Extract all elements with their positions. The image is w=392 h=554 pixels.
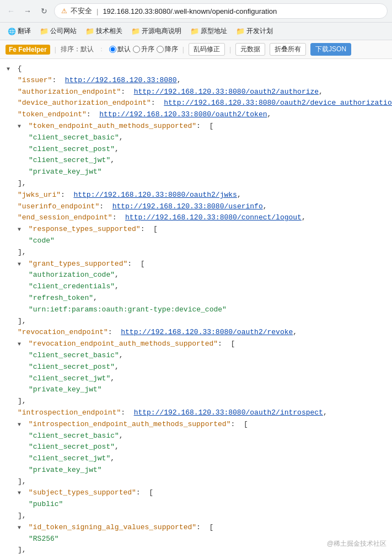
browser-toolbar: ← → ↻ ⚠ 不安全 | 192.168.120.33:8080/.well-… [0,0,392,23]
sort-desc-radio[interactable] [157,46,164,53]
grant-type-3: "refresh_token", [7,293,385,304]
token-endpoint-link[interactable]: http://192.168.120.33:8080/oauth2/token [99,110,267,119]
end-session-line: "end_session_endpoint": http://192.168.1… [7,212,385,224]
bookmark-devplan[interactable]: 📁 开发计划 [233,25,276,37]
intr-auth-method-2: "client_secret_post", [7,442,385,453]
introspection-link[interactable]: http://192.168.120.33:8080/oauth2/intros… [134,408,323,417]
json-content: { "issuer": http://192.168.120.33:8080, … [0,59,392,554]
sort-label: 排序：默认 [61,45,94,54]
token-auth-method-4: "private_key_jwt" [7,166,385,178]
auth-endpoint-line: "authorization_endpoint": http://192.168… [7,87,385,98]
intr-auth-method-1: "client_secret_basic", [7,431,385,442]
bookmark-translate-label: 翻译 [18,26,31,36]
address-bar[interactable]: ⚠ 不安全 | 192.168.120.33:8080/.well-known/… [54,3,388,19]
grant-type-2: "client_credentials", [7,281,385,293]
bookmark-ecom-label: 开源电商说明 [142,26,181,36]
forward-button[interactable]: → [21,4,34,18]
token-auth-method-2: "client_secret_post", [7,144,385,155]
sort-radio-group: 默认 升序 降序 [109,45,178,54]
bookmark-prototype[interactable]: 📁 原型地址 [187,25,230,37]
security-icon: ⚠ [61,7,67,15]
revocation-auth-methods-line: "revocation_endpoint_auth_methods_suppor… [7,338,385,350]
issuer-link[interactable]: http://192.168.120.33:8080 [65,76,177,84]
introspection-auth-methods-triangle[interactable] [18,421,24,429]
fix-encoding-button[interactable]: 乱码修正 [189,43,225,56]
response-types-close: ], [7,247,385,259]
folder-icon-3: 📁 [131,27,140,35]
rev-auth-method-2: "client_secret_post", [7,362,385,373]
subject-types-triangle[interactable] [18,489,24,498]
token-auth-method-3: "client_secret_jwt", [7,155,385,166]
response-type-code: "code" [7,235,385,247]
userinfo-endpoint-line: "userinfo_endpoint": http://192.168.120.… [7,201,385,213]
root-triangle[interactable] [7,65,13,74]
folder-icon-2: 📁 [85,27,94,35]
bookmarks-bar: 🌐 翻译 📁 公司网站 📁 技术相关 📁 开源电商说明 📁 原型地址 📁 开发计… [0,23,392,40]
grant-types-triangle[interactable] [18,260,24,269]
bookmark-devplan-label: 开发计划 [246,26,273,36]
intr-auth-method-3: "client_secret_jwt", [7,453,385,465]
revocation-link[interactable]: http://192.168.120.33:8080/oauth2/revoke [121,328,293,336]
download-json-button[interactable]: 下载JSON [310,43,351,56]
security-label: 不安全 [71,6,92,16]
back-button[interactable]: ← [4,4,18,18]
folder-icon-1: 📁 [40,27,49,35]
address-separator: | [96,7,98,15]
token-auth-method-1: "client_secret_basic", [7,132,385,144]
subject-types-close: ], [7,510,385,522]
reload-button[interactable]: ↻ [37,4,51,18]
device-auth-link[interactable]: http://192.168.120.33:8080/oauth2/device… [164,99,392,107]
fehelper-bar: Fe FeHelper | 排序：默认 ： 默认 升序 降序 | 乱码修正 | … [0,40,392,59]
auth-endpoint-link[interactable]: http://192.168.120.33:8080/oauth2/author… [134,88,319,96]
bookmark-prototype-label: 原型地址 [201,26,227,36]
jwks-uri-link[interactable]: http://192.168.120.33:8080/oauth2/jwks [73,191,237,199]
id-token-alg-line: "id_token_signing_alg_values_supported":… [7,522,385,534]
id-token-alg-triangle[interactable] [18,524,24,533]
jwks-uri-line: "jwks_uri": http://192.168.120.33:8080/o… [7,190,385,201]
subject-type-public: "public" [7,499,385,510]
translate-icon: 🌐 [8,28,16,35]
sort-default-radio[interactable] [109,46,116,53]
issuer-line: "issuer": http://192.168.120.33:8080, [7,75,385,87]
revocation-auth-methods-close: ], [7,396,385,407]
meta-button[interactable]: 元数据 [235,43,265,56]
introspection-auth-methods-line: "introspection_endpoint_auth_methods_sup… [7,419,385,431]
root-open: { [7,63,385,75]
fold-button[interactable]: 折叠所有 [270,43,306,56]
token-endpoint-line: "token_endpoint": http://192.168.120.33:… [7,109,385,121]
userinfo-link[interactable]: http://192.168.120.33:8080/userinfo [112,202,263,211]
response-types-line: "response_types_supported": [ [7,224,385,235]
token-auth-methods-triangle[interactable] [18,122,24,131]
rev-auth-method-3: "client_secret_jwt", [7,373,385,385]
introspection-endpoint-line: "introspection_endpoint": http://192.168… [7,407,385,419]
bookmark-ecom[interactable]: 📁 开源电商说明 [128,25,185,37]
intr-auth-method-4: "private_key_jwt" [7,465,385,476]
subject-types-line: "subject_types_supported": [ [7,487,385,499]
bookmark-tech-label: 技术相关 [96,26,122,36]
sort-desc-label[interactable]: 降序 [157,45,178,54]
grant-types-line: "grant_types_supported": [ [7,259,385,270]
bookmark-tech[interactable]: 📁 技术相关 [82,25,126,37]
response-types-triangle[interactable] [18,225,24,234]
rev-auth-method-1: "client_secret_basic", [7,350,385,362]
address-text: 192.168.120.33:8080/.well-known/openid-c… [103,7,380,15]
fehelper-brand: Fe FeHelper [6,45,50,55]
rev-auth-method-4: "private_key_jwt" [7,384,385,396]
sort-asc-label[interactable]: 升序 [133,45,154,54]
bookmark-translate[interactable]: 🌐 翻译 [4,25,34,37]
bookmark-company-label: 公司网站 [50,26,77,36]
sort-asc-radio[interactable] [133,46,140,53]
folder-icon-4: 📁 [190,27,199,35]
watermark: @稀土掘金技术社区 [327,539,386,548]
sort-default-label[interactable]: 默认 [109,45,131,54]
grant-type-4: "urn:ietf:params:oauth:grant-type:device… [7,304,385,316]
bookmark-company[interactable]: 📁 公司网站 [36,25,80,37]
end-session-link[interactable]: http://192.168.120.33:8080/connect/logou… [125,213,302,222]
introspection-auth-methods-close: ], [7,476,385,488]
token-auth-methods-close: ], [7,178,385,190]
grant-types-close: ], [7,316,385,327]
device-auth-endpoint-line: "device_authorization_endpoint": http://… [7,98,385,109]
revocation-endpoint-line: "revocation_endpoint": http://192.168.12… [7,327,385,338]
revocation-auth-methods-triangle[interactable] [18,340,24,349]
folder-icon-5: 📁 [236,27,245,35]
